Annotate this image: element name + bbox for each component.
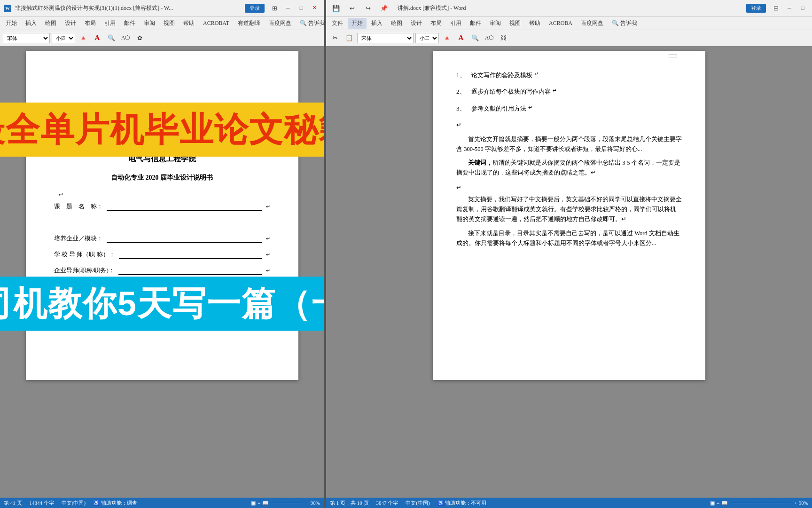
zoom-slider[interactable]: ──────── xyxy=(273,500,302,506)
right-language: 中文(中国) xyxy=(406,500,429,507)
right-menu-references[interactable]: 引用 xyxy=(446,18,465,29)
field-enterprise-advisor: 企业导师(职称/职务)： ↵ xyxy=(54,266,270,275)
outline-num-1: 1、 xyxy=(456,70,468,80)
left-toolbar: 宋体 小四 🔺 A 🔍 A⬡ ✿ xyxy=(0,30,324,46)
right-font-size-selector[interactable]: 小二 xyxy=(415,33,439,43)
menu-insert[interactable]: 插入 xyxy=(22,18,40,29)
accessibility-icon: ♿ xyxy=(93,500,100,506)
right-menu-search[interactable]: 🔍 告诉我 xyxy=(608,18,641,29)
right-menu-start[interactable]: 开始 xyxy=(348,18,367,29)
left-accessibility[interactable]: ♿ 辅助功能：调查 xyxy=(93,500,137,507)
blank-line-5: ↵ xyxy=(456,182,682,193)
menu-draw[interactable]: 绘图 xyxy=(41,18,60,29)
font-selector[interactable]: 宋体 xyxy=(3,33,50,43)
right-chain-icon[interactable]: ⛓ xyxy=(497,33,509,43)
right-menu-help[interactable]: 帮助 xyxy=(525,18,544,29)
right-paste-cut-icon[interactable]: ✂ xyxy=(329,33,341,43)
menu-review[interactable]: 审阅 xyxy=(140,18,159,29)
right-menu-view[interactable]: 视图 xyxy=(506,18,524,29)
right-menu-mail[interactable]: 邮件 xyxy=(466,18,485,29)
menu-view[interactable]: 视图 xyxy=(160,18,179,29)
field-school-advisor: 学 校 导 师（职 称）： ↵ xyxy=(54,250,270,259)
right-menu-file[interactable]: 文件 xyxy=(328,18,347,29)
right-format-a-icon[interactable]: A xyxy=(455,33,467,43)
right-zoom-control: ▣ ≡ 📖 ──────────────── + 90% xyxy=(710,500,808,506)
blank-line-4: ↵ xyxy=(456,119,682,130)
field-school-advisor-label: 学 校 导 师（职 称）： xyxy=(54,250,115,259)
right-font-selector[interactable]: 宋体 xyxy=(357,33,414,43)
menu-youdao[interactable]: 有道翻译 xyxy=(234,18,264,29)
right-menu-baidu[interactable]: 百度网盘 xyxy=(577,18,607,29)
redo-icon[interactable]: ↪ xyxy=(362,3,374,14)
keywords-label: 关键词， xyxy=(468,159,492,166)
right-find-icon[interactable]: A⬡ xyxy=(483,33,495,43)
close-button[interactable]: ✕ xyxy=(309,3,320,13)
minimize-button[interactable]: ─ xyxy=(282,3,294,13)
pin-icon[interactable]: 📌 xyxy=(378,3,390,14)
right-size-up-icon[interactable]: 🔺 xyxy=(441,33,453,43)
outline-num-3: 3、 xyxy=(456,103,468,114)
left-window-controls: ⊞ ─ □ ✕ xyxy=(268,3,320,14)
menu-layout[interactable]: 布局 xyxy=(81,18,100,29)
menu-mail[interactable]: 邮件 xyxy=(120,18,139,29)
menu-help[interactable]: 帮助 xyxy=(180,18,198,29)
right-zoom-slider[interactable]: ──────────────── xyxy=(732,500,790,506)
para-keywords: 关键词，所谓的关键词就是从你摘要的两个段落中总结出 3-5 个名词，一定要是摘要… xyxy=(456,158,682,178)
menu-search-help[interactable]: 🔍 告诉我 xyxy=(296,18,329,29)
layout-icon[interactable]: ⊞ xyxy=(268,3,281,14)
right-menu-layout[interactable]: 布局 xyxy=(427,18,445,29)
right-maximize-button[interactable]: □ xyxy=(797,3,808,13)
zoom-percent: 90% xyxy=(311,500,320,506)
find-replace-icon[interactable]: A⬡ xyxy=(119,33,132,43)
right-login-button[interactable]: 登录 xyxy=(746,4,766,13)
right-zoom-plus-icon[interactable]: + xyxy=(794,500,797,506)
font-size-selector[interactable]: 小四 xyxy=(52,33,75,43)
menu-design[interactable]: 设计 xyxy=(61,18,80,29)
menu-baidu[interactable]: 百度网盘 xyxy=(265,18,295,29)
banner-top: 最全单片机毕业论文秘籍 xyxy=(0,103,324,157)
left-app-icon: W xyxy=(4,5,11,12)
undo-icon[interactable]: ↩ xyxy=(346,3,358,14)
view-read-icon[interactable]: 📖 xyxy=(262,500,269,506)
para-abstract: 首先论文开篇就是摘要，摘要一般分为两个段落，段落末尾总结几个关键主要字含 300… xyxy=(456,135,682,155)
right-paste-copy-icon[interactable]: 📋 xyxy=(343,33,355,43)
menu-references[interactable]: 引用 xyxy=(101,18,119,29)
save-icon[interactable]: 💾 xyxy=(330,3,342,14)
right-layout-icon[interactable]: ⊞ xyxy=(770,3,782,14)
special-icon[interactable]: ✿ xyxy=(133,33,146,43)
right-view-outline-icon[interactable]: ≡ xyxy=(717,500,719,506)
right-view-normal-icon[interactable]: ▣ xyxy=(710,500,715,506)
maximize-button[interactable]: □ xyxy=(296,3,307,13)
right-menu-review[interactable]: 审阅 xyxy=(486,18,505,29)
right-minimize-button[interactable]: ─ xyxy=(784,3,795,13)
menu-acrobat[interactable]: ACROBAT xyxy=(199,18,233,28)
menu-start[interactable]: 开始 xyxy=(2,18,21,29)
outline-text-1: 论文写作的套路及模板 xyxy=(471,70,532,80)
left-login-button[interactable]: 登录 xyxy=(245,4,265,13)
right-menu-design[interactable]: 设计 xyxy=(407,18,426,29)
outline-text-2: 逐步介绍每个板块的写作内容 xyxy=(471,86,551,97)
left-status-bar: 第 41 页 14844 个字 中文(中国) ♿ 辅助功能：调查 ▣ ≡ 📖 ─… xyxy=(0,498,324,508)
right-menu-insert[interactable]: 插入 xyxy=(367,18,386,29)
left-window-title: 非接触式红外测温仪的设计与实现(3)(1)(1).docx [兼容模式] - W… xyxy=(15,4,241,12)
field-school-advisor-line xyxy=(119,250,262,259)
right-accessibility[interactable]: ♿ 辅助功能：不可用 xyxy=(437,500,487,507)
field-enterprise-line xyxy=(107,234,262,243)
field-topic-line xyxy=(107,202,262,211)
left-document-area: 电气与信息工程学院 自动化专业 2020 届毕业设计说明书 ↵ 课 题 名 称：… xyxy=(0,46,324,498)
right-zoom-percent: 90% xyxy=(799,500,808,506)
zoom-plus-icon[interactable]: + xyxy=(306,500,309,506)
search-icon[interactable]: 🔍 xyxy=(105,33,117,43)
view-normal-icon[interactable]: ▣ xyxy=(251,500,256,506)
format-a-icon[interactable]: A xyxy=(91,33,103,43)
outline-item-3: 3、 参考文献的引用方法 ↵ xyxy=(456,103,682,114)
view-outline-icon[interactable]: ≡ xyxy=(258,500,260,506)
font-size-up-icon[interactable]: 🔺 xyxy=(77,33,89,43)
left-page-count: 第 41 页 xyxy=(4,500,22,507)
right-view-read-icon[interactable]: 📖 xyxy=(721,500,728,506)
left-titlebar: W 非接触式红外测温仪的设计与实现(3)(1)(1).docx [兼容模式] -… xyxy=(0,0,324,17)
right-menu-acrobat[interactable]: ACROBA xyxy=(545,18,576,28)
right-menu-draw[interactable]: 绘图 xyxy=(387,18,406,29)
left-menu-bar: 开始 插入 绘图 设计 布局 引用 邮件 审阅 视图 帮助 ACROBAT 有道… xyxy=(0,17,324,30)
right-search-icon[interactable]: 🔍 xyxy=(469,33,481,43)
